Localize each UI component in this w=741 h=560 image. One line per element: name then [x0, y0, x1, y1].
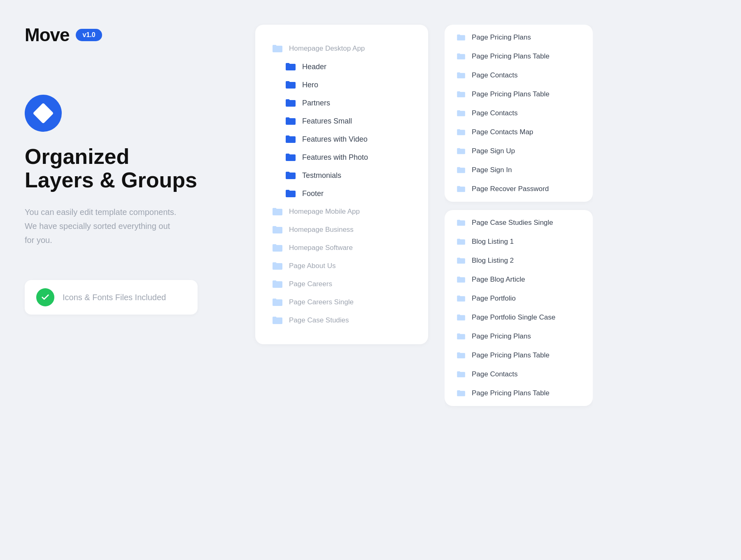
- folder-label: Partners: [302, 99, 330, 107]
- folder-icon: [272, 316, 283, 325]
- folder-icon: [456, 166, 466, 174]
- folder-icon: [285, 98, 296, 107]
- feature-badge: Icons & Fonts Files Included: [25, 280, 198, 315]
- folder-icon: [285, 80, 296, 89]
- list-item: Blog Listing 1: [445, 232, 593, 251]
- list-item: Features with Photo: [272, 148, 412, 166]
- folder-label: Page Recover Password: [472, 185, 549, 193]
- folder-label: Homepage Business: [289, 226, 354, 234]
- list-item: Partners: [272, 94, 412, 112]
- folder-icon: [456, 72, 466, 79]
- folder-icon: [272, 225, 283, 234]
- list-item: Page Contacts: [445, 104, 593, 123]
- folder-label: Header: [302, 63, 326, 71]
- folder-label: Page Sign In: [472, 166, 512, 174]
- list-item: Page Pricing Plans: [445, 327, 593, 346]
- list-item: Page Recover Password: [445, 180, 593, 198]
- folder-icon: [456, 352, 466, 359]
- folder-label: Page Case Studies: [289, 316, 349, 324]
- folder-label: Page Case Studies Single: [472, 219, 553, 227]
- list-item: Header: [272, 58, 412, 76]
- logo-icon: [25, 95, 62, 132]
- folder-label: Footer: [302, 189, 324, 198]
- folder-label: Hero: [302, 81, 318, 89]
- folder-label: Homepage Mobile App: [289, 208, 360, 216]
- folder-label: Page Pricing Plans Table: [472, 90, 550, 98]
- folder-label: Homepage Desktop App: [289, 44, 365, 53]
- list-item: Page Case Studies: [272, 311, 412, 329]
- folder-card: Homepage Desktop App Header: [255, 25, 428, 344]
- folder-icon: [285, 189, 296, 198]
- left-panel: Move v1.0 OrganizedLayers & Groups You c…: [25, 25, 239, 535]
- folder-icon: [272, 44, 283, 53]
- folder-icon: [272, 243, 283, 252]
- folder-icon: [456, 276, 466, 283]
- folder-label: Page Contacts Map: [472, 128, 533, 136]
- folder-icon: [456, 257, 466, 264]
- list-item: Homepage Software: [272, 239, 412, 257]
- list-item: Page Careers Single: [272, 293, 412, 311]
- folder-icon: [456, 53, 466, 60]
- version-badge: v1.0: [76, 29, 102, 41]
- folder-icon: [456, 185, 466, 193]
- right-list-bottom: Page Case Studies Single Blog Listing 1: [445, 210, 593, 406]
- list-item: Page Pricing Plans Table: [445, 85, 593, 104]
- list-item: Page Pricing Plans Table: [445, 384, 593, 403]
- right-card-top: Page Pricing Plans Page Pricing Plans Ta…: [445, 25, 593, 202]
- folder-label: Page Pricing Plans Table: [472, 52, 550, 61]
- folder-icon: [456, 110, 466, 117]
- headline: OrganizedLayers & Groups: [25, 145, 239, 192]
- middle-panel: Homepage Desktop App Header: [255, 25, 428, 535]
- folder-icon: [456, 314, 466, 321]
- folder-icon: [285, 117, 296, 126]
- folder-icon: [272, 207, 283, 216]
- list-item: Page Contacts: [445, 66, 593, 85]
- folder-label: Features Small: [302, 117, 352, 126]
- folder-icon: [456, 390, 466, 397]
- list-item: Page Pricing Plans Table: [445, 346, 593, 365]
- folder-icon: [456, 295, 466, 302]
- list-item: Page Pricing Plans Table: [445, 47, 593, 66]
- folder-label: Page Blog Article: [472, 275, 525, 284]
- folder-label: Page Pricing Plans: [472, 332, 531, 341]
- right-panel: Page Pricing Plans Page Pricing Plans Ta…: [445, 25, 593, 535]
- list-item: Homepage Desktop App: [272, 40, 412, 58]
- folder-icon: [456, 238, 466, 245]
- folder-label: Page Pricing Plans: [472, 33, 531, 42]
- list-item: Blog Listing 2: [445, 251, 593, 270]
- folder-label: Page Contacts: [472, 109, 518, 117]
- folder-label: Page Careers: [289, 280, 332, 288]
- folder-label: Features with Video: [302, 135, 368, 144]
- folder-label: Page Sign Up: [472, 147, 515, 155]
- folder-label: Page About Us: [289, 262, 336, 270]
- folder-icon: [456, 128, 466, 136]
- list-item: Page Portfolio: [445, 289, 593, 308]
- folder-icon: [272, 298, 283, 307]
- folder-label: Features with Photo: [302, 153, 368, 162]
- right-list-top: Page Pricing Plans Page Pricing Plans Ta…: [445, 25, 593, 202]
- list-item: Features with Video: [272, 130, 412, 148]
- folder-icon: [456, 34, 466, 41]
- diamond-shape: [33, 103, 54, 124]
- folder-icon: [272, 261, 283, 271]
- folder-icon: [456, 91, 466, 98]
- folder-icon: [285, 171, 296, 180]
- folder-label: Page Pricing Plans Table: [472, 389, 550, 397]
- folder-icon: [456, 333, 466, 340]
- list-item: Testmonials: [272, 166, 412, 184]
- list-item: Page Sign In: [445, 161, 593, 180]
- list-item: Homepage Business: [272, 221, 412, 239]
- folder-label: Blog Listing 1: [472, 238, 514, 246]
- folder-label: Page Contacts: [472, 370, 518, 378]
- folder-icon: [456, 147, 466, 155]
- check-icon: [36, 288, 54, 306]
- folder-label: Page Pricing Plans Table: [472, 351, 550, 359]
- folder-label: Homepage Software: [289, 244, 353, 252]
- list-item: Page Case Studies Single: [445, 213, 593, 232]
- folder-icon: [456, 219, 466, 226]
- folder-label: Page Careers Single: [289, 298, 354, 306]
- list-item: Hero: [272, 76, 412, 94]
- list-item: Page Blog Article: [445, 270, 593, 289]
- folder-icon: [456, 371, 466, 378]
- list-item: Homepage Mobile App: [272, 203, 412, 221]
